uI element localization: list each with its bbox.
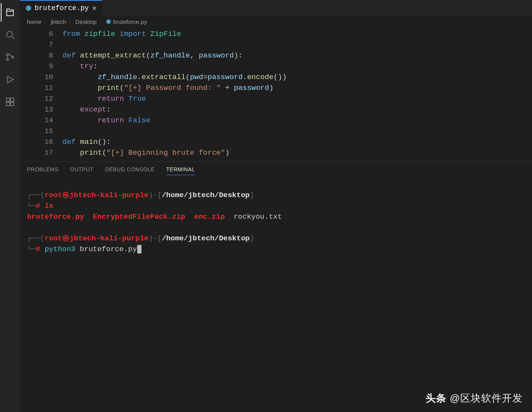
breadcrumbs[interactable]: home 〉 jbtech 〉 Desktop 〉 ⬢ bruteforce.p…	[20, 15, 532, 28]
chevron-right-icon: 〉	[44, 19, 49, 25]
chevron-right-icon: 〉	[99, 19, 104, 25]
svg-rect-7	[10, 98, 14, 101]
main-area: ⬢ bruteforce.py ✕ home 〉 jbtech 〉 Deskto…	[20, 0, 532, 412]
activity-bar	[0, 0, 20, 412]
terminal-output[interactable]: ┌──(root㉿jbtech-kali-purple)-[/home/jbte…	[20, 177, 532, 412]
breadcrumb-file[interactable]: bruteforce.py	[113, 19, 147, 25]
tab-bar: ⬢ bruteforce.py ✕	[20, 0, 532, 15]
svg-point-0	[7, 31, 12, 37]
tab-problems[interactable]: PROBLEMS	[27, 166, 59, 175]
tab-output[interactable]: OUTPUT	[70, 166, 94, 175]
close-icon[interactable]: ✕	[92, 5, 97, 12]
tab-terminal[interactable]: TERMINAL	[166, 166, 195, 175]
code-editor[interactable]: 67891011121314151617 from zipfile import…	[20, 28, 532, 158]
breadcrumb-item[interactable]: Desktop	[76, 19, 97, 25]
activity-explorer-icon[interactable]	[1, 3, 19, 22]
watermark: 头条 @区块软件开发	[426, 392, 523, 405]
svg-rect-8	[6, 102, 10, 106]
panel-tabs: PROBLEMS OUTPUT DEBUG CONSOLE TERMINAL	[20, 162, 532, 177]
watermark-rest: @区块软件开发	[446, 392, 523, 404]
line-number-gutter: 67891011121314151617	[20, 29, 62, 158]
svg-point-2	[6, 54, 8, 56]
svg-marker-5	[7, 76, 13, 83]
watermark-bold: 头条	[426, 392, 446, 404]
svg-rect-6	[6, 98, 10, 101]
breadcrumb-item[interactable]: jbtech	[51, 19, 66, 25]
python-file-icon: ⬢	[106, 18, 111, 25]
activity-search-icon[interactable]	[1, 25, 19, 44]
tab-debug-console[interactable]: DEBUG CONSOLE	[105, 166, 155, 175]
code-content[interactable]: from zipfile import ZipFiledef attempt_e…	[62, 29, 532, 158]
svg-line-1	[12, 36, 14, 39]
tab-filename: bruteforce.py	[35, 4, 89, 12]
activity-extensions-icon[interactable]	[1, 93, 19, 111]
breadcrumb-item[interactable]: home	[27, 19, 42, 25]
editor-tab[interactable]: ⬢ bruteforce.py ✕	[20, 0, 102, 15]
activity-source-control-icon[interactable]	[1, 48, 19, 66]
chevron-right-icon: 〉	[69, 19, 73, 25]
svg-rect-9	[10, 102, 14, 106]
python-file-icon: ⬢	[25, 4, 32, 12]
activity-run-icon[interactable]	[1, 70, 19, 89]
bottom-panel: PROBLEMS OUTPUT DEBUG CONSOLE TERMINAL ┌…	[20, 161, 532, 412]
svg-point-3	[6, 59, 8, 61]
